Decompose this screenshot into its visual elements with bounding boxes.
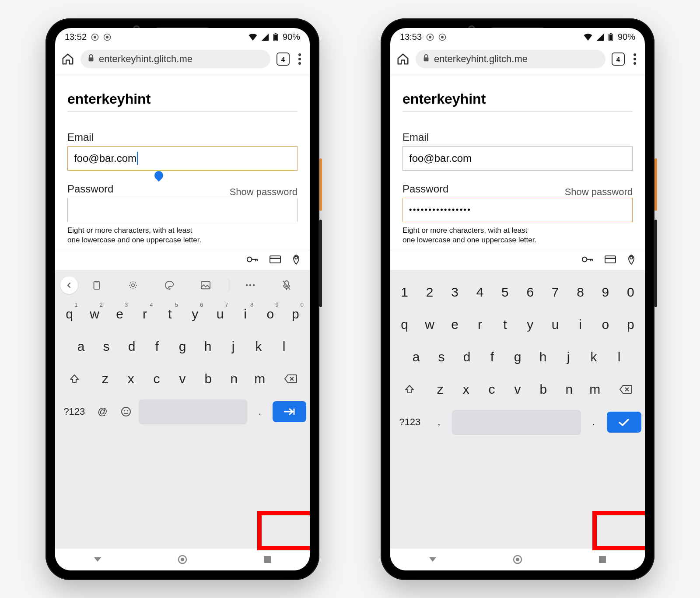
key-8[interactable]: 8 [569, 278, 592, 307]
home-icon[interactable] [61, 52, 74, 66]
key-e[interactable]: e3 [108, 300, 131, 329]
address-bar[interactable]: enterkeyhint.glitch.me [416, 50, 606, 68]
nav-recents-icon[interactable] [261, 553, 273, 566]
location-pin-icon[interactable] [627, 254, 635, 266]
key-y[interactable]: y [518, 310, 542, 339]
key-g[interactable]: g [171, 332, 194, 361]
space-key[interactable] [139, 399, 247, 424]
comma-key[interactable]: , [428, 410, 450, 434]
key-g[interactable]: g [506, 343, 529, 371]
image-icon[interactable] [188, 276, 224, 294]
key-v[interactable]: v [171, 364, 195, 393]
key-7[interactable]: 7 [543, 278, 567, 307]
backspace-key[interactable] [609, 375, 642, 404]
key-l[interactable]: l [607, 343, 631, 371]
key-r[interactable]: r [468, 310, 491, 339]
key-icon[interactable] [247, 256, 258, 265]
nav-recents-icon[interactable] [596, 553, 609, 566]
key-o[interactable]: o9 [259, 300, 282, 329]
mic-off-icon[interactable] [269, 276, 304, 294]
nav-back-icon[interactable] [91, 553, 104, 566]
key-p[interactable]: p [619, 310, 642, 339]
key-w[interactable]: w [418, 310, 441, 339]
key-d[interactable]: d [455, 343, 479, 371]
clipboard-icon[interactable] [79, 276, 114, 294]
key-z[interactable]: z [93, 364, 117, 393]
key-i[interactable]: i [569, 310, 592, 339]
space-key[interactable] [452, 410, 581, 434]
key-l[interactable]: l [272, 332, 296, 361]
password-field[interactable] [67, 198, 298, 222]
key-x[interactable]: x [454, 375, 478, 404]
tab-switcher[interactable]: 4 [612, 52, 625, 66]
address-bar[interactable]: enterkeyhint.glitch.me [80, 50, 270, 68]
key-u[interactable]: u7 [208, 300, 231, 329]
emoji-key[interactable] [115, 399, 137, 424]
key-t[interactable]: t [494, 310, 517, 339]
key-k[interactable]: k [582, 343, 606, 371]
key-5[interactable]: 5 [494, 278, 517, 307]
key-e[interactable]: e [443, 310, 466, 339]
key-icon[interactable] [582, 256, 593, 265]
key-3[interactable]: 3 [443, 278, 466, 307]
toolbar-back-button[interactable] [60, 276, 78, 294]
key-b[interactable]: b [531, 375, 555, 404]
symbols-key[interactable]: ?123 [59, 399, 90, 424]
key-h[interactable]: h [196, 332, 220, 361]
key-q[interactable]: q1 [58, 300, 81, 329]
key-t[interactable]: t5 [158, 300, 182, 329]
home-icon[interactable] [396, 52, 410, 66]
key-a[interactable]: a [404, 343, 428, 371]
show-password-toggle[interactable]: Show password [230, 186, 298, 198]
key-2[interactable]: 2 [418, 278, 441, 307]
key-u[interactable]: u [543, 310, 567, 339]
key-0[interactable]: 0 [619, 278, 642, 307]
nav-home-icon[interactable] [176, 553, 189, 566]
credit-card-icon[interactable] [605, 255, 616, 265]
period-key[interactable]: . [583, 410, 605, 434]
key-s[interactable]: s [94, 332, 118, 361]
key-a[interactable]: a [69, 332, 93, 361]
backspace-key[interactable] [273, 364, 307, 393]
more-icon[interactable] [233, 276, 268, 294]
key-f[interactable]: f [145, 332, 169, 361]
overflow-menu-icon[interactable] [298, 53, 301, 65]
key-j[interactable]: j [556, 343, 580, 371]
key-j[interactable]: j [221, 332, 245, 361]
key-6[interactable]: 6 [518, 278, 542, 307]
key-i[interactable]: i8 [234, 300, 257, 329]
email-field[interactable]: foo@bar.com [67, 146, 298, 171]
key-p[interactable]: p0 [284, 300, 307, 329]
key-h[interactable]: h [531, 343, 555, 371]
key-4[interactable]: 4 [468, 278, 491, 307]
palette-icon[interactable] [151, 276, 187, 294]
tab-switcher[interactable]: 4 [276, 52, 290, 66]
key-m[interactable]: m [583, 375, 607, 404]
key-o[interactable]: o [594, 310, 617, 339]
key-s[interactable]: s [430, 343, 453, 371]
key-m[interactable]: m [248, 364, 272, 393]
key-k[interactable]: k [247, 332, 270, 361]
key-d[interactable]: d [120, 332, 144, 361]
key-r[interactable]: r4 [133, 300, 156, 329]
key-z[interactable]: z [428, 375, 452, 404]
key-f[interactable]: f [480, 343, 504, 371]
email-field[interactable]: foo@bar.com [402, 146, 633, 171]
key-n[interactable]: n [557, 375, 581, 404]
period-key[interactable]: . [249, 399, 271, 424]
key-v[interactable]: v [506, 375, 530, 404]
enter-key-next[interactable] [273, 401, 306, 422]
symbols-key[interactable]: ?123 [394, 410, 426, 434]
gear-icon[interactable] [115, 276, 150, 294]
key-y[interactable]: y6 [183, 300, 206, 329]
key-n[interactable]: n [222, 364, 246, 393]
location-pin-icon[interactable] [292, 254, 300, 266]
key-c[interactable]: c [145, 364, 169, 393]
shift-key[interactable] [393, 375, 427, 404]
enter-key-done[interactable] [607, 412, 641, 433]
overflow-menu-icon[interactable] [634, 53, 636, 65]
credit-card-icon[interactable] [270, 255, 281, 265]
password-field[interactable]: •••••••••••••••• [402, 198, 633, 222]
key-w[interactable]: w2 [83, 300, 106, 329]
key-c[interactable]: c [480, 375, 504, 404]
